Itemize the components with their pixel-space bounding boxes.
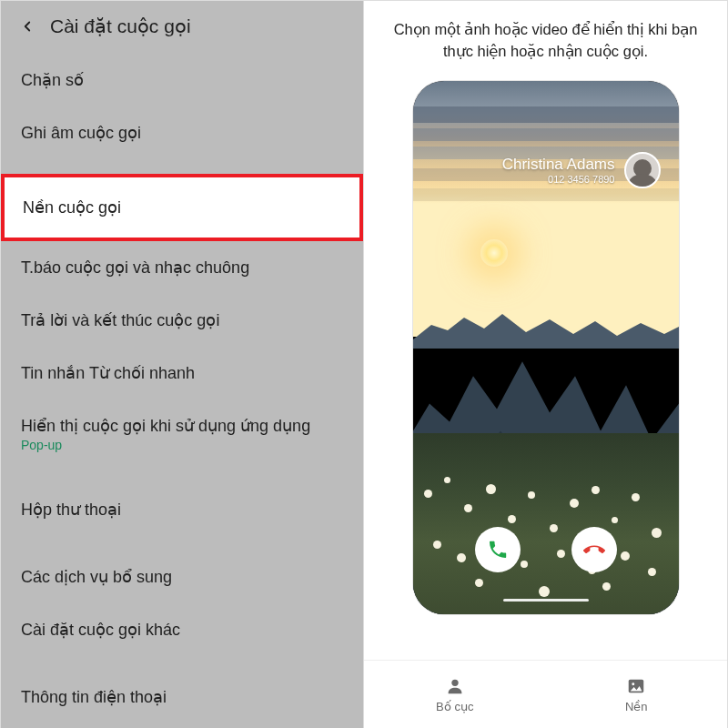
caller-name: Christina Adams [502,156,615,174]
avatar [624,152,661,188]
person-icon [445,676,465,696]
home-indicator[interactable] [503,599,589,602]
settings-item-label: Các dịch vụ bổ sung [21,568,172,586]
settings-item-label: Chặn số [21,71,84,89]
settings-item-call-display[interactable]: Hiển thị cuộc gọi khi sử dụng ứng dụng P… [1,399,363,469]
settings-item-supplementary[interactable]: Các dịch vụ bổ sung [1,551,363,603]
caller-number: 012 3456 7890 [502,174,615,185]
settings-item-label: Nền cuộc gọi [23,198,121,217]
back-icon[interactable] [17,16,37,36]
page-title: Cài đặt cuộc gọi [50,15,191,37]
settings-item-block-numbers[interactable]: Chặn số [1,54,363,106]
caller-row: Christina Adams 012 3456 7890 [413,152,679,188]
settings-header: Cài đặt cuộc gọi [1,1,363,54]
settings-item-phone-info[interactable]: Thông tin điện thoại [1,671,363,723]
phone-preview[interactable]: Christina Adams 012 3456 7890 [413,81,679,614]
settings-item-label: Hộp thư thoại [21,500,121,519]
svg-point-2 [632,682,635,685]
svg-point-0 [451,680,458,686]
settings-item-record-calls[interactable]: Ghi âm cuộc gọi [1,106,363,159]
call-buttons [413,527,679,572]
accept-call-button[interactable] [475,527,521,572]
phone-icon [487,539,509,561]
settings-item-label: Ghi âm cuộc gọi [21,124,141,142]
settings-item-answer-end[interactable]: Trả lời và kết thúc cuộc gọi [1,294,363,347]
settings-item-label: Trả lời và kết thúc cuộc gọi [21,311,219,329]
settings-item-voicemail[interactable]: Hộp thư thoại [1,483,363,536]
settings-item-label: Cài đặt cuộc gọi khác [21,621,180,639]
tab-background[interactable]: Nền [546,661,728,728]
settings-item-label: Tin nhắn Từ chối nhanh [21,364,195,382]
settings-item-label: Thông tin điện thoại [21,688,167,706]
tab-label: Nền [625,700,648,713]
phone-hangup-icon [583,539,605,561]
bottom-tabs: Bố cục Nền [364,660,727,728]
settings-item-alerts-ringtones[interactable]: T.báo cuộc gọi và nhạc chuông [1,241,363,294]
tab-layout[interactable]: Bố cục [364,661,546,728]
instruction-text: Chọn một ảnh hoặc video để hiển thị khi … [364,1,727,74]
settings-item-label: Hiển thị cuộc gọi khi sử dụng ứng dụng [21,417,310,435]
settings-item-subtext: Pop-up [21,438,343,452]
settings-pane: Cài đặt cuộc gọi Chặn số Ghi âm cuộc gọi… [1,1,364,728]
settings-item-label: T.báo cuộc gọi và nhạc chuông [21,258,249,277]
decline-call-button[interactable] [571,527,617,572]
settings-item-call-background[interactable]: Nền cuộc gọi [1,174,363,241]
settings-item-other-call[interactable]: Cài đặt cuộc gọi khác [1,603,363,656]
image-icon [626,676,646,696]
call-background-pane: Chọn một ảnh hoặc video để hiển thị khi … [364,1,727,728]
settings-item-quick-decline[interactable]: Tin nhắn Từ chối nhanh [1,347,363,399]
preview-wrap: Christina Adams 012 3456 7890 [364,74,727,614]
tab-label: Bố cục [436,700,473,713]
